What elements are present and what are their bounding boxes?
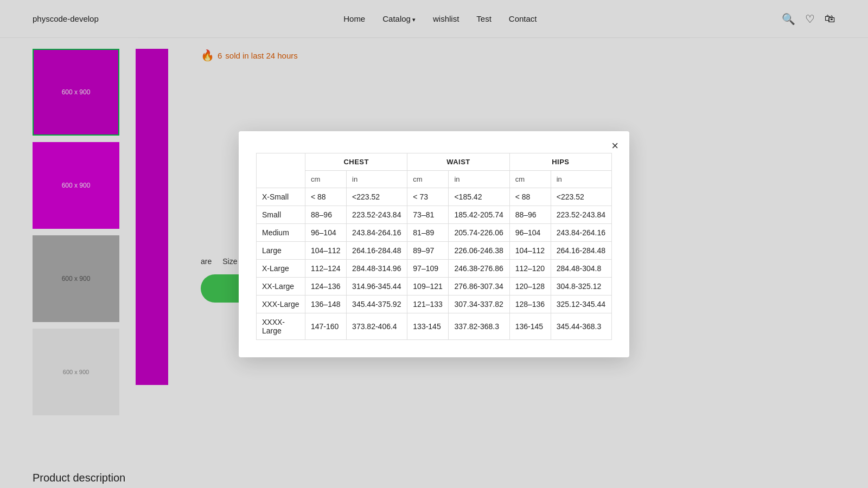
cell-chest-cm: < 88 — [305, 188, 347, 206]
cell-chest-cm: 124–136 — [305, 277, 347, 295]
cell-hips-in: 223.52-243.84 — [551, 206, 611, 223]
cell-waist-in: <185.42 — [449, 188, 509, 206]
cell-chest-cm: 147-160 — [305, 313, 347, 339]
cell-chest-in: 223.52-243.84 — [347, 206, 407, 223]
waist-cm-unit: cm — [407, 170, 449, 188]
cell-hips-cm: < 88 — [509, 188, 551, 206]
hips-in-unit: in — [551, 170, 611, 188]
cell-waist-in: 185.42-205.74 — [449, 206, 509, 223]
chest-in-unit: in — [347, 170, 407, 188]
cell-waist-cm: 97–109 — [407, 259, 449, 277]
waist-in-unit: in — [449, 170, 509, 188]
cell-hips-cm: 96–104 — [509, 223, 551, 241]
cell-size: XXXX-Large — [257, 313, 305, 339]
cell-chest-cm: 96–104 — [305, 223, 347, 241]
cell-waist-cm: 89–97 — [407, 241, 449, 259]
cell-hips-cm: 136-145 — [509, 313, 551, 339]
cell-hips-in: 304.8-325.12 — [551, 277, 611, 295]
hips-cm-unit: cm — [509, 170, 551, 188]
cell-hips-in: 243.84-264.16 — [551, 223, 611, 241]
cell-hips-cm: 104–112 — [509, 241, 551, 259]
cell-waist-cm: 81–89 — [407, 223, 449, 241]
table-row: X-Large 112–124 284.48-314.96 97–109 246… — [257, 259, 612, 277]
cell-hips-in: 325.12-345.44 — [551, 295, 611, 313]
cell-waist-in: 307.34-337.82 — [449, 295, 509, 313]
cell-waist-in: 337.82-368.3 — [449, 313, 509, 339]
cell-waist-cm: 109–121 — [407, 277, 449, 295]
cell-chest-in: 284.48-314.96 — [347, 259, 407, 277]
table-row: Small 88–96 223.52-243.84 73–81 185.42-2… — [257, 206, 612, 223]
cell-chest-cm: 112–124 — [305, 259, 347, 277]
cell-hips-cm: 128–136 — [509, 295, 551, 313]
cell-size: X-Large — [257, 259, 305, 277]
col-header-chest: CHEST — [305, 153, 407, 170]
cell-chest-cm: 136–148 — [305, 295, 347, 313]
cell-size: Medium — [257, 223, 305, 241]
cell-chest-in: 314.96-345.44 — [347, 277, 407, 295]
chest-cm-unit: cm — [305, 170, 347, 188]
cell-chest-in: 373.82-406.4 — [347, 313, 407, 339]
size-chart-table: CHEST WAIST HIPS cm in cm in cm in X-Sma… — [256, 153, 612, 340]
cell-hips-in: 284.48-304.8 — [551, 259, 611, 277]
cell-size: X-Small — [257, 188, 305, 206]
cell-hips-cm: 88–96 — [509, 206, 551, 223]
cell-hips-in: <223.52 — [551, 188, 611, 206]
col-header-size — [257, 153, 305, 188]
size-table-body: X-Small < 88 <223.52 < 73 <185.42 < 88 <… — [257, 188, 612, 339]
cell-chest-in: <223.52 — [347, 188, 407, 206]
cell-size: XX-Large — [257, 277, 305, 295]
table-row: Large 104–112 264.16-284.48 89–97 226.06… — [257, 241, 612, 259]
col-header-waist: WAIST — [407, 153, 509, 170]
cell-hips-in: 345.44-368.3 — [551, 313, 611, 339]
cell-chest-in: 243.84-264.16 — [347, 223, 407, 241]
cell-hips-cm: 112–120 — [509, 259, 551, 277]
cell-hips-cm: 120–128 — [509, 277, 551, 295]
cell-chest-in: 345.44-375.92 — [347, 295, 407, 313]
table-row: XXXX-Large 147-160 373.82-406.4 133-145 … — [257, 313, 612, 339]
table-header-row: CHEST WAIST HIPS — [257, 153, 612, 170]
cell-size: XXX-Large — [257, 295, 305, 313]
cell-waist-cm: 73–81 — [407, 206, 449, 223]
table-row: XXX-Large 136–148 345.44-375.92 121–133 … — [257, 295, 612, 313]
cell-waist-in: 205.74-226.06 — [449, 223, 509, 241]
cell-waist-in: 246.38-276.86 — [449, 259, 509, 277]
cell-chest-cm: 104–112 — [305, 241, 347, 259]
cell-hips-in: 264.16-284.48 — [551, 241, 611, 259]
table-unit-row: cm in cm in cm in — [257, 170, 612, 188]
cell-chest-in: 264.16-284.48 — [347, 241, 407, 259]
table-row: X-Small < 88 <223.52 < 73 <185.42 < 88 <… — [257, 188, 612, 206]
cell-waist-cm: < 73 — [407, 188, 449, 206]
cell-waist-in: 276.86-307.34 — [449, 277, 509, 295]
cell-waist-cm: 121–133 — [407, 295, 449, 313]
size-chart-modal: × CHEST WAIST HIPS cm in cm in cm in — [239, 131, 629, 357]
cell-chest-cm: 88–96 — [305, 206, 347, 223]
cell-size: Large — [257, 241, 305, 259]
modal-overlay[interactable]: × CHEST WAIST HIPS cm in cm in cm in — [0, 0, 868, 484]
cell-waist-cm: 133-145 — [407, 313, 449, 339]
table-row: Medium 96–104 243.84-264.16 81–89 205.74… — [257, 223, 612, 241]
modal-close-button[interactable]: × — [611, 140, 618, 152]
cell-size: Small — [257, 206, 305, 223]
table-row: XX-Large 124–136 314.96-345.44 109–121 2… — [257, 277, 612, 295]
cell-waist-in: 226.06-246.38 — [449, 241, 509, 259]
col-header-hips: HIPS — [509, 153, 611, 170]
